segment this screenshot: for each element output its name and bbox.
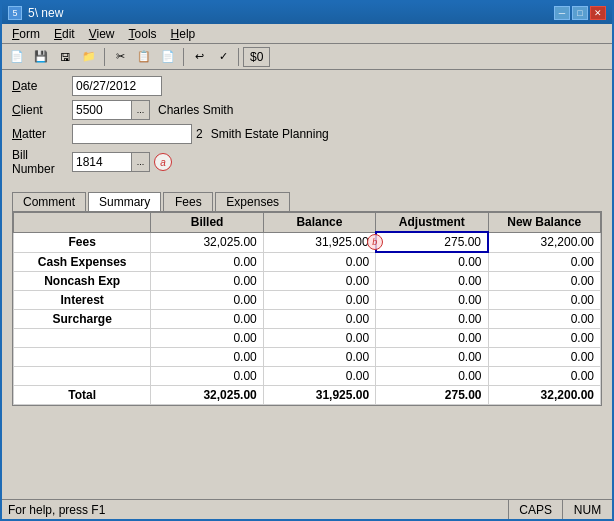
col-header-new-balance: New Balance: [488, 213, 600, 233]
row-billed-empty3: 0.00: [151, 367, 263, 386]
toolbar-paste-btn[interactable]: 📄: [157, 46, 179, 68]
matter-input-group: 2: [72, 124, 203, 144]
matter-id-input[interactable]: [72, 124, 192, 144]
toolbar-undo-btn[interactable]: ↩: [188, 46, 210, 68]
bill-browse-btn[interactable]: ...: [132, 152, 150, 172]
title-bar-left: 5 5\ new: [8, 6, 63, 20]
row-newbal-fees: 32,200.00: [488, 232, 600, 252]
date-row: Date: [12, 76, 602, 96]
row-billed-noncash: 0.00: [151, 272, 263, 291]
total-adj: 275.00: [376, 386, 488, 405]
total-billed: 32,025.00: [151, 386, 263, 405]
date-input[interactable]: [72, 76, 162, 96]
toolbar: 📄 💾 🖫 📁 ✂ 📋 📄 ↩ ✓ $0: [2, 44, 612, 70]
toolbar-separator-1: [104, 48, 105, 66]
table-header-row: Billed Balance Adjustment New Balance: [14, 213, 601, 233]
app-icon: 5: [8, 6, 22, 20]
minimize-button[interactable]: ─: [554, 6, 570, 20]
client-id-input[interactable]: [72, 100, 132, 120]
row-adj-cash: 0.00: [376, 252, 488, 272]
toolbar-open-btn[interactable]: 📁: [78, 46, 100, 68]
row-billed-empty1: 0.00: [151, 329, 263, 348]
table-row: 0.00 0.00 0.00 0.00: [14, 348, 601, 367]
toolbar-check-btn[interactable]: ✓: [212, 46, 234, 68]
total-newbal: 32,200.00: [488, 386, 600, 405]
matter-num: 2: [196, 127, 203, 141]
toolbar-save2-btn[interactable]: 🖫: [54, 46, 76, 68]
num-indicator: NUM: [562, 500, 612, 519]
row-adj-empty1: 0.00: [376, 329, 488, 348]
row-balance-noncash: 0.00: [263, 272, 375, 291]
bill-input-group: ...: [72, 152, 150, 172]
menu-view[interactable]: View: [83, 26, 121, 42]
tab-comment[interactable]: Comment: [12, 192, 86, 211]
row-adj-empty2: 0.00: [376, 348, 488, 367]
menu-help[interactable]: Help: [165, 26, 202, 42]
row-newbal-interest: 0.00: [488, 291, 600, 310]
row-billed-cash: 0.00: [151, 252, 263, 272]
row-balance-empty2: 0.00: [263, 348, 375, 367]
row-billed-fees: 32,025.00: [151, 232, 263, 252]
close-button[interactable]: ✕: [590, 6, 606, 20]
row-adj-empty3: 0.00: [376, 367, 488, 386]
application-window: 5 5\ new ─ □ ✕ Form Edit View Tools Help…: [0, 0, 614, 521]
matter-row: Matter 2 Smith Estate Planning: [12, 124, 602, 144]
menu-tools[interactable]: Tools: [123, 26, 163, 42]
menu-form[interactable]: Form: [6, 26, 46, 42]
col-header-billed: Billed: [151, 213, 263, 233]
col-header-adjustment: Adjustment: [376, 213, 488, 233]
summary-table: Billed Balance Adjustment New Balance Fe…: [13, 212, 601, 405]
row-newbal-empty3: 0.00: [488, 367, 600, 386]
row-newbal-noncash: 0.00: [488, 272, 600, 291]
table-row: Interest 0.00 0.00 0.00 0.00: [14, 291, 601, 310]
annotation-b: b: [367, 234, 383, 250]
table-row: 0.00 0.00 0.00 0.00: [14, 367, 601, 386]
row-adj-interest: 0.00: [376, 291, 488, 310]
row-label-cash: Cash Expenses: [14, 252, 151, 272]
matter-name: Smith Estate Planning: [211, 127, 329, 141]
row-adj-noncash: 0.00: [376, 272, 488, 291]
tabs-container: Comment Summary Fees Expenses: [2, 192, 612, 211]
title-bar-controls: ─ □ ✕: [554, 6, 606, 20]
toolbar-copy-btn[interactable]: 📋: [133, 46, 155, 68]
row-label-fees: Fees: [14, 232, 151, 252]
col-header-label: [14, 213, 151, 233]
annotation-a: a: [154, 153, 172, 171]
toolbar-separator-3: [238, 48, 239, 66]
date-label: Date: [12, 79, 72, 93]
row-label-empty1: [14, 329, 151, 348]
col-header-balance: Balance: [263, 213, 375, 233]
maximize-button[interactable]: □: [572, 6, 588, 20]
tab-fees[interactable]: Fees: [163, 192, 213, 211]
total-label: Total: [14, 386, 151, 405]
title-bar: 5 5\ new ─ □ ✕: [2, 2, 612, 24]
row-balance-empty1: 0.00: [263, 329, 375, 348]
tab-expenses[interactable]: Expenses: [215, 192, 290, 211]
tab-summary[interactable]: Summary: [88, 192, 161, 211]
summary-table-container: Billed Balance Adjustment New Balance Fe…: [12, 211, 602, 406]
toolbar-new-btn[interactable]: 📄: [6, 46, 28, 68]
row-balance-fees: 31,925.00: [263, 232, 375, 252]
row-label-empty3: [14, 367, 151, 386]
status-help-text: For help, press F1: [2, 503, 508, 517]
matter-label: Matter: [12, 127, 72, 141]
row-adj-fees[interactable]: b 275.00: [376, 232, 488, 252]
toolbar-amount-btn[interactable]: $0: [243, 47, 270, 67]
toolbar-cut-btn[interactable]: ✂: [109, 46, 131, 68]
client-input-group: ...: [72, 100, 150, 120]
row-label-surcharge: Surcharge: [14, 310, 151, 329]
toolbar-save-btn[interactable]: 💾: [30, 46, 52, 68]
window-title: 5\ new: [28, 6, 63, 20]
table-row: Noncash Exp 0.00 0.00 0.00 0.00: [14, 272, 601, 291]
menu-edit[interactable]: Edit: [48, 26, 81, 42]
row-billed-empty2: 0.00: [151, 348, 263, 367]
table-row: 0.00 0.00 0.00 0.00: [14, 329, 601, 348]
client-browse-btn[interactable]: ...: [132, 100, 150, 120]
caps-indicator: CAPS: [508, 500, 562, 519]
table-row: Surcharge 0.00 0.00 0.00 0.00: [14, 310, 601, 329]
row-newbal-empty1: 0.00: [488, 329, 600, 348]
row-newbal-empty2: 0.00: [488, 348, 600, 367]
row-billed-surcharge: 0.00: [151, 310, 263, 329]
row-adj-surcharge: 0.00: [376, 310, 488, 329]
bill-number-input[interactable]: [72, 152, 132, 172]
